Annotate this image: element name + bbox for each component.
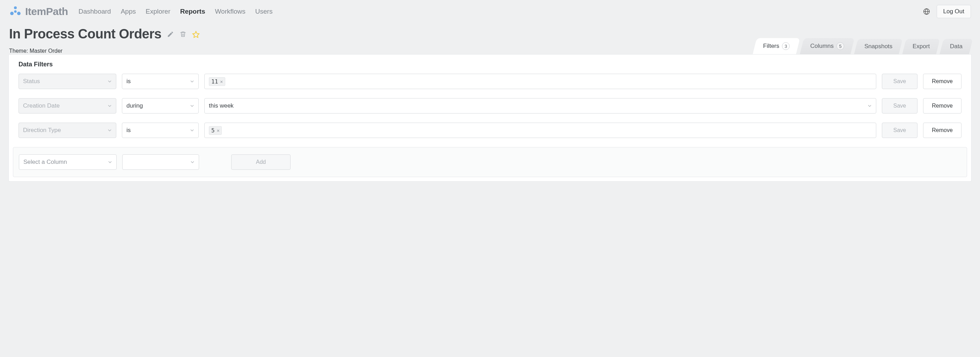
topbar-right: Log Out (923, 5, 971, 18)
svg-point-1 (10, 11, 14, 15)
filter-value-tag: 11 ✕ (209, 77, 225, 86)
globe-icon[interactable] (923, 8, 931, 15)
filter-verb-value: during (126, 102, 143, 109)
filter-value-input[interactable]: 5 ✕ (204, 123, 876, 138)
tab-label: Snapshots (864, 43, 892, 50)
tag-text: 5 (211, 127, 215, 134)
tab-export[interactable]: Export (902, 39, 940, 54)
tag-text: 11 (211, 78, 218, 85)
filter-row: Creation Date during this week Save Remo… (19, 98, 961, 113)
chevron-down-icon (108, 128, 112, 132)
filter-column-select[interactable]: Direction Type (19, 123, 116, 138)
filter-column-select[interactable]: Creation Date (19, 98, 116, 113)
filter-verb-value: is (126, 78, 130, 85)
tab-columns[interactable]: Columns 5 (800, 38, 854, 54)
remove-button[interactable]: Remove (923, 74, 961, 89)
save-button[interactable]: Save (882, 98, 918, 113)
remove-button[interactable]: Remove (923, 98, 961, 113)
nav-workflows[interactable]: Workflows (215, 8, 245, 15)
chevron-down-icon (190, 104, 194, 108)
filter-column-value: Status (23, 78, 40, 85)
brand-name: ItemPath (25, 6, 68, 18)
tab-filters[interactable]: Filters 3 (752, 38, 800, 54)
topbar: ItemPath Dashboard Apps Explorer Reports… (0, 0, 980, 23)
filter-value-select[interactable]: this week (204, 98, 876, 113)
filter-verb-select[interactable]: during (122, 98, 199, 113)
svg-point-3 (14, 10, 16, 13)
filter-verb-select[interactable]: is (122, 74, 199, 89)
filter-column-value: Creation Date (23, 102, 60, 109)
chevron-down-icon (867, 104, 872, 108)
save-button[interactable]: Save (882, 123, 918, 138)
chevron-down-icon (108, 160, 112, 164)
tab-label: Filters (763, 43, 779, 49)
filter-value-text: this week (209, 102, 234, 109)
tab-strip: Filters 3 Columns 5 Snapshots Export Dat… (755, 38, 971, 54)
filter-column-value: Direction Type (23, 127, 61, 134)
theme-name: Master Order (30, 48, 62, 54)
remove-button[interactable]: Remove (923, 123, 961, 138)
chevron-down-icon (108, 79, 112, 83)
filter-row: Direction Type is 5 ✕ Save Remove (19, 123, 961, 138)
edit-icon[interactable] (167, 31, 174, 38)
filter-verb-value: is (126, 127, 130, 134)
svg-point-0 (14, 6, 17, 9)
nav-dashboard[interactable]: Dashboard (79, 8, 111, 15)
tab-snapshots[interactable]: Snapshots (854, 39, 902, 54)
tag-remove-icon[interactable]: ✕ (220, 79, 223, 84)
tab-badge: 3 (782, 42, 790, 50)
svg-point-2 (17, 11, 21, 15)
theme-line: Theme: Master Order (9, 48, 755, 54)
brand[interactable]: ItemPath (9, 5, 68, 18)
nav-users[interactable]: Users (255, 8, 273, 15)
filters-panel: Data Filters Status is 11 ✕ Save Remove (8, 54, 972, 182)
add-column-select[interactable]: Select a Column (19, 155, 117, 170)
chevron-down-icon (190, 128, 194, 132)
nav-explorer[interactable]: Explorer (146, 8, 170, 15)
filter-value-tag: 5 ✕ (209, 126, 222, 135)
filter-verb-select[interactable]: is (122, 123, 199, 138)
star-icon[interactable] (192, 31, 199, 38)
nav-reports[interactable]: Reports (180, 8, 205, 15)
tab-badge: 5 (837, 42, 844, 50)
filter-row: Status is 11 ✕ Save Remove (19, 74, 961, 89)
add-button[interactable]: Add (231, 155, 291, 170)
theme-prefix: Theme: (9, 48, 30, 54)
chevron-down-icon (190, 79, 194, 83)
page-title: In Process Count Orders (9, 27, 161, 41)
add-filter-area: Select a Column Add (13, 147, 967, 177)
tag-remove-icon[interactable]: ✕ (217, 128, 220, 133)
page-header: In Process Count Orders Theme: Master Or… (0, 23, 980, 54)
trash-icon[interactable] (180, 31, 186, 38)
tab-data[interactable]: Data (940, 39, 973, 54)
save-button[interactable]: Save (882, 74, 918, 89)
brand-logo-icon (9, 5, 22, 18)
svg-marker-5 (193, 31, 199, 37)
add-column-placeholder: Select a Column (24, 159, 67, 166)
chevron-down-icon (190, 160, 194, 164)
tab-label: Columns (810, 43, 834, 49)
tab-label: Export (913, 43, 930, 50)
chevron-down-icon (108, 104, 112, 108)
filter-column-select[interactable]: Status (19, 74, 116, 89)
section-title: Data Filters (19, 61, 961, 68)
main-nav: Dashboard Apps Explorer Reports Workflow… (79, 8, 923, 15)
add-verb-select[interactable] (122, 155, 199, 170)
logout-button[interactable]: Log Out (937, 5, 971, 18)
nav-apps[interactable]: Apps (121, 8, 136, 15)
tab-label: Data (950, 43, 963, 50)
filter-value-input[interactable]: 11 ✕ (204, 74, 876, 89)
